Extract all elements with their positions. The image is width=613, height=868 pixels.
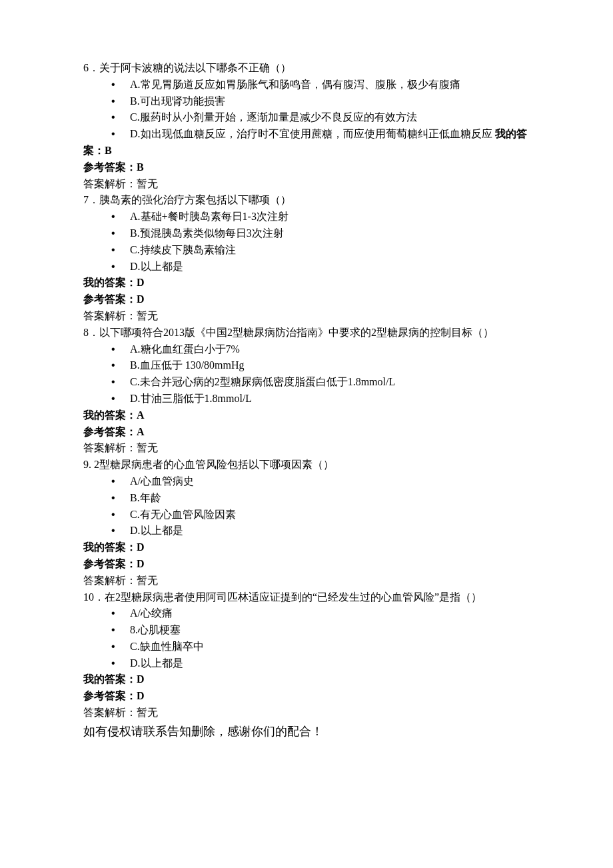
bullet-icon: • <box>111 242 115 259</box>
option-text: 8.心肌梗塞 <box>130 624 181 635</box>
answer-analysis: 答案解析：暂无 <box>83 308 533 325</box>
option-text: C.有无心血管风险因素 <box>130 509 236 520</box>
reference-answer: 参考答案：D <box>83 291 533 308</box>
list-item: •B.血压低于 130/80mmHg <box>83 357 533 374</box>
option-text: D.甘油三脂低于1.8mmol/L <box>130 393 252 404</box>
list-item: •C.缺血性脑卒中 <box>83 639 533 655</box>
question-10-stem: 10．在2型糖尿病患者使用阿司匹林适应证提到的“已经发生过的心血管风险”是指（） <box>83 589 533 606</box>
question-6-stem: 6．关于阿卡波糖的说法以下哪条不正确（） <box>83 60 533 77</box>
list-item: •A/心血管病史 <box>83 473 533 490</box>
option-text: B.预混胰岛素类似物每日3次注射 <box>130 227 284 239</box>
answer-analysis: 答案解析：暂无 <box>83 705 533 721</box>
my-answer: 我的答案：D <box>83 671 533 688</box>
list-item: •C.有无心血管风险因素 <box>83 507 533 523</box>
question-7-options: •A.基础+餐时胰岛素每日1-3次注射 •B.预混胰岛素类似物每日3次注射 •C… <box>83 209 533 275</box>
list-item: •B.预混胰岛素类似物每日3次注射 <box>83 225 533 242</box>
option-text: A.糖化血红蛋白小于7% <box>130 343 240 355</box>
bullet-icon: • <box>111 605 115 622</box>
list-item: •B.可出现肾功能损害 <box>83 93 533 110</box>
question-7-stem: 7．胰岛素的强化治疗方案包括以下哪项（） <box>83 192 533 209</box>
my-answer: 我的答案：A <box>83 407 533 424</box>
bullet-icon: • <box>111 209 115 225</box>
option-text: C.缺血性脑卒中 <box>130 641 204 652</box>
list-item: •D.如出现低血糖反应，治疗时不宜使用蔗糖，而应使用葡萄糖纠正低血糖反应 我的答 <box>83 126 533 143</box>
option-text: D.以上都是 <box>130 525 183 536</box>
option-text: B.可出现肾功能损害 <box>130 95 225 107</box>
bullet-icon: • <box>111 523 115 539</box>
question-10-options: •A/心绞痛 •8.心肌梗塞 •C.缺血性脑卒中 •D.以上都是 <box>83 605 533 671</box>
bullet-icon: • <box>111 259 115 275</box>
option-text: D.如出现低血糖反应，治疗时不宜使用蔗糖，而应使用葡萄糖纠正低血糖反应 <box>130 128 492 139</box>
list-item: •A/心绞痛 <box>83 605 533 622</box>
footer-note: 如有侵权请联系告知删除，感谢你们的配合！ <box>83 723 533 741</box>
question-8-options: •A.糖化血红蛋白小于7% •B.血压低于 130/80mmHg •C.未合并冠… <box>83 341 533 407</box>
reference-answer: 参考答案：D <box>83 556 533 573</box>
bullet-icon: • <box>111 374 115 391</box>
list-item: •D.以上都是 <box>83 523 533 539</box>
list-item: •8.心肌梗塞 <box>83 622 533 639</box>
list-item: •A.糖化血红蛋白小于7% <box>83 341 533 358</box>
option-text: C.服药时从小剂量开始，逐渐加量是减少不良反应的有效方法 <box>130 111 417 123</box>
bullet-icon: • <box>111 109 115 126</box>
question-9-stem: 9. 2型糖尿病患者的心血管风险包括以下哪项因素（） <box>83 457 533 473</box>
bullet-icon: • <box>111 655 115 672</box>
my-answer-inline: 我的答 <box>495 128 527 139</box>
option-text: A.基础+餐时胰岛素每日1-3次注射 <box>130 211 289 222</box>
question-9-options: •A/心血管病史 •B.年龄 •C.有无心血管风险因素 •D.以上都是 <box>83 473 533 539</box>
reference-answer: 参考答案：D <box>83 688 533 705</box>
list-item: •C.服药时从小剂量开始，逐渐加量是减少不良反应的有效方法 <box>83 109 533 126</box>
bullet-icon: • <box>111 77 115 93</box>
list-item: •C.未合并冠心病的2型糖尿病低密度脂蛋白低于1.8mmol/L <box>83 374 533 391</box>
option-text: B.血压低于 130/80mmHg <box>130 359 245 371</box>
my-answer: 我的答案：D <box>83 539 533 556</box>
list-item: •D.以上都是 <box>83 655 533 672</box>
bullet-icon: • <box>111 225 115 242</box>
list-item: •C.持续皮下胰岛素输注 <box>83 242 533 259</box>
bullet-icon: • <box>111 507 115 523</box>
list-item: •B.年龄 <box>83 490 533 507</box>
option-text: C.未合并冠心病的2型糖尿病低密度脂蛋白低于1.8mmol/L <box>130 376 395 387</box>
option-text: B.年龄 <box>130 492 161 503</box>
option-text: C.持续皮下胰岛素输注 <box>130 244 236 255</box>
bullet-icon: • <box>111 357 115 374</box>
reference-answer: 参考答案：B <box>83 159 533 176</box>
list-item: •A.基础+餐时胰岛素每日1-3次注射 <box>83 209 533 225</box>
list-item: •D.甘油三脂低于1.8mmol/L <box>83 391 533 407</box>
bullet-icon: • <box>111 126 115 143</box>
option-text: A/心血管病史 <box>130 475 194 487</box>
answer-analysis: 答案解析：暂无 <box>83 573 533 589</box>
answer-analysis: 答案解析：暂无 <box>83 176 533 193</box>
bullet-icon: • <box>111 639 115 655</box>
bullet-icon: • <box>111 473 115 490</box>
option-text: D.以上都是 <box>130 261 183 272</box>
reference-answer: 参考答案：A <box>83 424 533 441</box>
bullet-icon: • <box>111 93 115 110</box>
question-8-stem: 8．以下哪项符合2013版《中国2型糖尿病防治指南》中要求的2型糖尿病的控制目标… <box>83 325 533 341</box>
list-item: •A.常见胃肠道反应如胃肠胀气和肠鸣音，偶有腹泻、腹胀，极少有腹痛 <box>83 77 533 93</box>
bullet-icon: • <box>111 490 115 507</box>
my-answer-wrap: 案：B <box>83 143 533 159</box>
bullet-icon: • <box>111 341 115 358</box>
option-text: A/心绞痛 <box>130 607 173 619</box>
option-text: D.以上都是 <box>130 657 183 669</box>
bullet-icon: • <box>111 622 115 639</box>
question-6-options: •A.常见胃肠道反应如胃肠胀气和肠鸣音，偶有腹泻、腹胀，极少有腹痛 •B.可出现… <box>83 77 533 143</box>
answer-analysis: 答案解析：暂无 <box>83 440 533 457</box>
bullet-icon: • <box>111 391 115 407</box>
my-answer: 我的答案：D <box>83 275 533 291</box>
option-text: A.常见胃肠道反应如胃肠胀气和肠鸣音，偶有腹泻、腹胀，极少有腹痛 <box>130 79 460 90</box>
list-item: •D.以上都是 <box>83 259 533 275</box>
